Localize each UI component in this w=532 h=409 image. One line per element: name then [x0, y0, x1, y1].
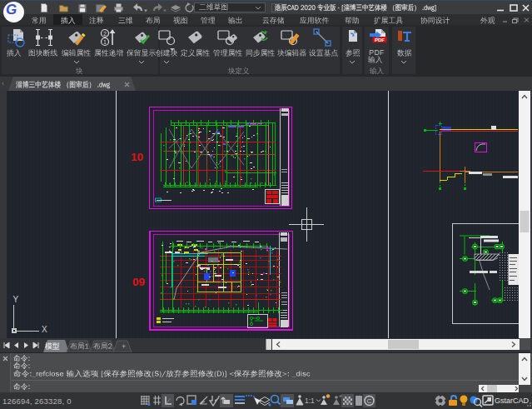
- svg-text:1:1: 1:1: [305, 397, 315, 405]
- svg-text:09: 09: [132, 276, 145, 288]
- svg-text:+: +: [122, 342, 126, 351]
- svg-text:10: 10: [131, 151, 143, 163]
- svg-text:2: 2: [103, 31, 107, 37]
- svg-text:X: X: [42, 325, 47, 334]
- svg-text:C: C: [367, 397, 372, 405]
- svg-text:GstarCAD: GstarCAD: [495, 397, 530, 405]
- svg-text:PDF: PDF: [375, 37, 385, 42]
- svg-text:1: 1: [103, 39, 107, 45]
- svg-text:Y: Y: [13, 295, 19, 304]
